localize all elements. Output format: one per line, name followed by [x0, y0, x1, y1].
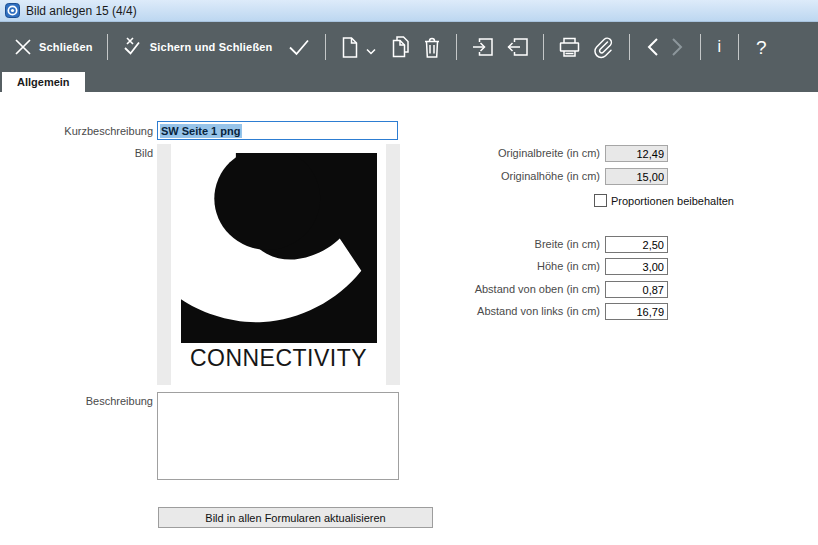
dropdown-chevron-icon	[366, 48, 376, 55]
kurzbeschreibung-selected-text: SW Seite 1 png	[160, 124, 242, 138]
toolbar-separator	[107, 34, 108, 60]
form-content: Kurzbeschreibung SW Seite 1 png Bild CON…	[0, 92, 818, 545]
toolbar-separator	[738, 34, 739, 60]
help-icon: ?	[756, 38, 767, 57]
tab-bar: Allgemein	[0, 72, 818, 92]
import-icon	[471, 36, 495, 58]
tab-allgemein[interactable]: Allgemein	[2, 72, 85, 92]
close-button-label: Schließen	[39, 41, 93, 53]
abstand-oben-label: Abstand von oben (in cm)	[420, 283, 600, 295]
nav-forward-icon	[670, 36, 686, 58]
window-title: Bild anlegen 15 (4/4)	[26, 4, 137, 18]
help-button[interactable]: ?	[748, 34, 775, 61]
import-button[interactable]	[466, 32, 500, 62]
titlebar: Bild anlegen 15 (4/4)	[0, 0, 818, 22]
delete-trash-icon	[422, 36, 442, 59]
nav-back-icon	[644, 36, 660, 58]
beschreibung-textarea[interactable]	[157, 392, 399, 480]
nav-forward-button[interactable]	[665, 32, 691, 62]
attachment-button[interactable]	[586, 31, 620, 63]
print-icon	[558, 36, 581, 58]
export-icon	[505, 36, 529, 58]
hoehe-field[interactable]	[605, 258, 668, 275]
bild-label: Bild	[0, 147, 153, 159]
breite-field[interactable]	[605, 236, 668, 253]
toolbar-separator	[456, 34, 457, 60]
hoehe-label: Höhe (in cm)	[420, 260, 600, 272]
originalbreite-label: Originalbreite (in cm)	[420, 147, 600, 159]
info-icon: i	[718, 39, 722, 55]
new-document-button[interactable]	[335, 32, 381, 63]
originalbreite-field	[605, 145, 668, 162]
abstand-links-label: Abstand von links (in cm)	[420, 305, 600, 317]
image-preview: CONNECTIVITY	[171, 144, 386, 385]
originalhoehe-label: Originalhöhe (in cm)	[420, 170, 600, 182]
abstand-oben-field[interactable]	[605, 281, 668, 298]
app-icon	[5, 3, 20, 18]
image-preview-box: CONNECTIVITY	[157, 144, 400, 385]
toolbar-separator	[700, 34, 701, 60]
export-button[interactable]	[500, 32, 534, 62]
breite-label: Breite (in cm)	[420, 238, 600, 250]
save-and-close-label: Sichern und Schließen	[150, 41, 273, 53]
beschreibung-label: Beschreibung	[0, 395, 153, 407]
toolbar-separator	[325, 34, 326, 60]
close-x-icon	[13, 37, 33, 57]
print-button[interactable]	[553, 32, 586, 62]
update-all-forms-button[interactable]: Bild in allen Formularen aktualisieren	[158, 507, 433, 528]
connectivity-logo	[181, 153, 377, 343]
dialog-window: Bild anlegen 15 (4/4) Schließen Sichern …	[0, 0, 818, 545]
originalhoehe-field	[605, 168, 668, 185]
toolbar: Schließen Sichern und Schließen	[0, 22, 818, 72]
save-and-close-button[interactable]: Sichern und Schließen	[117, 31, 316, 63]
kurzbeschreibung-label: Kurzbeschreibung	[0, 125, 153, 137]
copy-icon	[390, 35, 412, 59]
logo-caption: CONNECTIVITY	[171, 345, 386, 372]
abstand-links-field[interactable]	[605, 303, 668, 320]
toolbar-separator	[543, 34, 544, 60]
delete-button[interactable]	[417, 32, 447, 63]
keep-proportions-checkbox[interactable]	[594, 194, 607, 207]
save-close-icon	[122, 35, 144, 59]
info-button[interactable]: i	[710, 35, 730, 59]
keep-proportions-label: Proportionen beibehalten	[611, 195, 734, 207]
kurzbeschreibung-input[interactable]: SW Seite 1 png	[157, 121, 398, 140]
toolbar-separator	[629, 34, 630, 60]
check-icon	[287, 37, 311, 57]
copy-button[interactable]	[385, 31, 417, 63]
attachment-paperclip-icon	[591, 35, 615, 59]
nav-back-button[interactable]	[639, 32, 665, 62]
close-button[interactable]: Schließen	[8, 33, 98, 61]
new-document-icon	[340, 36, 360, 59]
